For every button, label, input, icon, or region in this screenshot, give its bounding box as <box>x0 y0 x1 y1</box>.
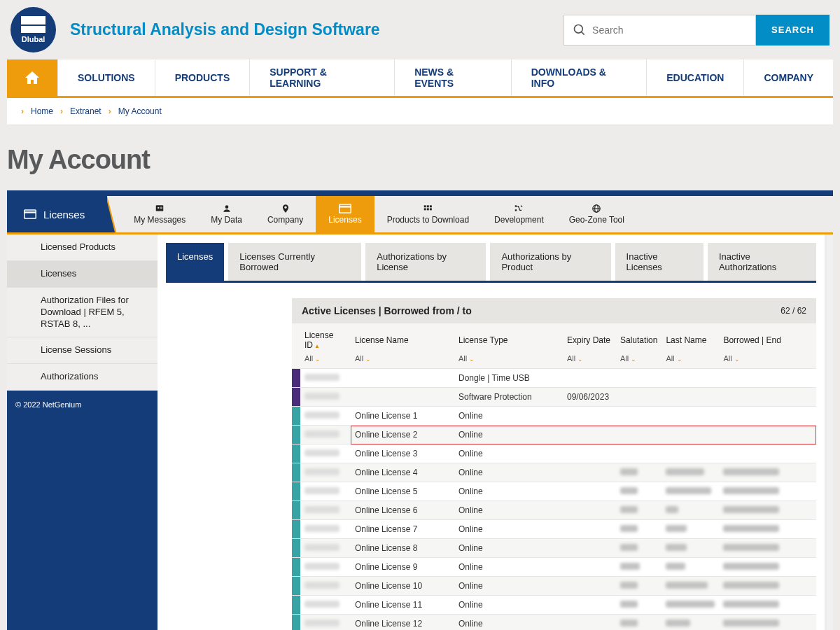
cell-lastname <box>662 463 719 482</box>
table-row[interactable]: Online License 6Online <box>292 501 816 520</box>
table-row[interactable]: Online License 10Online <box>292 577 816 596</box>
col-lastname[interactable]: Last Name <box>662 323 719 353</box>
sidebar-item-auth-files[interactable]: Authorization Files for Download | RFEM … <box>7 288 158 338</box>
table-row[interactable]: Online License 5Online <box>292 482 816 501</box>
filter-license-type[interactable]: All ⌄ <box>454 353 563 369</box>
col-salutation[interactable]: Salutation <box>616 323 662 353</box>
col-license-id[interactable]: License ID▲ <box>300 323 351 353</box>
cell-expiry: 09/06/2023 <box>563 388 616 407</box>
tab-company[interactable]: Company <box>255 196 316 232</box>
table-row[interactable]: Online License 9Online <box>292 558 816 577</box>
filter-license-id[interactable]: All ⌄ <box>300 353 351 369</box>
table-row[interactable]: Online License 4Online <box>292 463 816 482</box>
sidebar-item-license-sessions[interactable]: License Sessions <box>7 337 158 364</box>
cell-lastname <box>662 444 719 463</box>
nav-news[interactable]: NEWS & EVENTS <box>395 59 511 96</box>
cell-license-name <box>351 388 454 407</box>
table-row[interactable]: Software Protection09/06/2023 <box>292 388 816 407</box>
cell-lastname <box>662 577 719 596</box>
nav-company[interactable]: COMPANY <box>744 59 833 96</box>
tab-geozone[interactable]: Geo-Zone Tool <box>556 196 637 232</box>
cell-license-id <box>300 615 351 631</box>
breadcrumb-myaccount[interactable]: My Account <box>118 106 162 116</box>
subtab-inactive-auth[interactable]: Inactive Authorizations <box>708 243 816 281</box>
nav-downloads[interactable]: DOWNLOADS & INFO <box>512 59 648 96</box>
cell-expiry <box>563 558 616 577</box>
search-box[interactable] <box>564 15 756 46</box>
tab-label: Company <box>267 215 303 225</box>
table-header-bar: Active Licenses | Borrowed from / to 62 … <box>292 298 816 323</box>
subtab-auth-by-license[interactable]: Authorizations by License <box>365 243 486 281</box>
contact-icon <box>153 204 166 214</box>
cell-salutation <box>616 444 662 463</box>
cell-expiry <box>563 444 616 463</box>
subtab-currently-borrowed[interactable]: Licenses Currently Borrowed <box>228 243 361 281</box>
dev-icon <box>512 204 525 214</box>
nav-education[interactable]: EDUCATION <box>647 59 744 96</box>
subtab-auth-by-product[interactable]: Authorizations by Product <box>490 243 610 281</box>
table-row[interactable]: Online License 12Online <box>292 615 816 631</box>
subtab-inactive-licenses[interactable]: Inactive Licenses <box>615 243 704 281</box>
cell-lastname <box>662 596 719 615</box>
filter-lastname[interactable]: All ⌄ <box>662 353 719 369</box>
tab-label: Geo-Zone Tool <box>569 215 624 225</box>
filter-salutation[interactable]: All ⌄ <box>616 353 662 369</box>
cell-salutation <box>616 482 662 501</box>
filter-license-name[interactable]: All ⌄ <box>351 353 454 369</box>
cell-lastname <box>662 520 719 539</box>
cell-lastname <box>662 369 719 388</box>
tab-products-download[interactable]: Products to Download <box>374 196 482 232</box>
nav-home[interactable] <box>7 59 58 96</box>
brand-text: Dlubal <box>22 35 46 43</box>
table-row[interactable]: Online License 11Online <box>292 596 816 615</box>
search-button[interactable]: SEARCH <box>756 15 830 46</box>
table-row[interactable]: Online License 7Online <box>292 520 816 539</box>
cell-expiry <box>563 596 616 615</box>
licenses-table-wrap: Active Licenses | Borrowed from / to 62 … <box>292 298 816 630</box>
tab-development[interactable]: Development <box>482 196 556 232</box>
table-row[interactable]: Online License 2Online <box>292 426 816 444</box>
table-row[interactable]: Dongle | Time USB <box>292 369 816 388</box>
svg-rect-2 <box>24 210 36 218</box>
nav-support[interactable]: SUPPORT & LEARNING <box>250 59 395 96</box>
col-expiry[interactable]: Expiry Date <box>563 323 616 353</box>
col-license-name[interactable]: License Name <box>351 323 454 353</box>
cell-license-name <box>351 369 454 388</box>
card-icon <box>339 204 351 214</box>
cell-license-id <box>300 520 351 539</box>
cell-borrowed <box>719 596 816 615</box>
cell-borrowed <box>719 482 816 501</box>
sidebar-item-licenses[interactable]: Licenses <box>7 261 158 288</box>
filter-expiry[interactable]: All ⌄ <box>563 353 616 369</box>
nav-solutions[interactable]: SOLUTIONS <box>58 59 155 96</box>
cell-borrowed <box>719 463 816 482</box>
search-input[interactable] <box>592 24 747 36</box>
table-row[interactable]: Online License 3Online <box>292 444 816 463</box>
tab-my-messages[interactable]: My Messages <box>121 196 198 232</box>
tab-my-data[interactable]: My Data <box>198 196 255 232</box>
sidebar-item-licensed-products[interactable]: Licensed Products <box>7 234 158 261</box>
tab-licenses-current[interactable]: Licenses <box>7 196 107 232</box>
nav-products[interactable]: PRODUCTS <box>155 59 251 96</box>
cell-license-name: Online License 9 <box>351 558 454 577</box>
breadcrumb-home[interactable]: Home <box>31 106 53 116</box>
col-license-type[interactable]: License Type <box>454 323 563 353</box>
col-borrowed-end[interactable]: Borrowed | End <box>719 323 816 353</box>
sidebar-item-authorizations[interactable]: Authorizations <box>7 364 158 391</box>
row-marker <box>292 463 300 482</box>
tab-licenses[interactable]: Licenses <box>316 196 374 232</box>
cell-lastname <box>662 426 719 444</box>
breadcrumb-extranet[interactable]: Extranet <box>70 106 102 116</box>
table-row[interactable]: Online License 1Online <box>292 407 816 426</box>
row-marker <box>292 615 300 631</box>
filter-borrowed[interactable]: All ⌄ <box>719 353 816 369</box>
cell-expiry <box>563 501 616 520</box>
subtab-licenses[interactable]: Licenses <box>166 243 224 281</box>
scrollbar[interactable] <box>827 234 833 630</box>
copyright: © 2022 NetGenium <box>7 391 158 419</box>
cell-borrowed <box>719 501 816 520</box>
pin-icon <box>279 204 292 214</box>
svg-point-5 <box>158 207 159 209</box>
table-row[interactable]: Online License 8Online <box>292 539 816 558</box>
brand-logo[interactable]: Dlubal <box>10 7 56 52</box>
